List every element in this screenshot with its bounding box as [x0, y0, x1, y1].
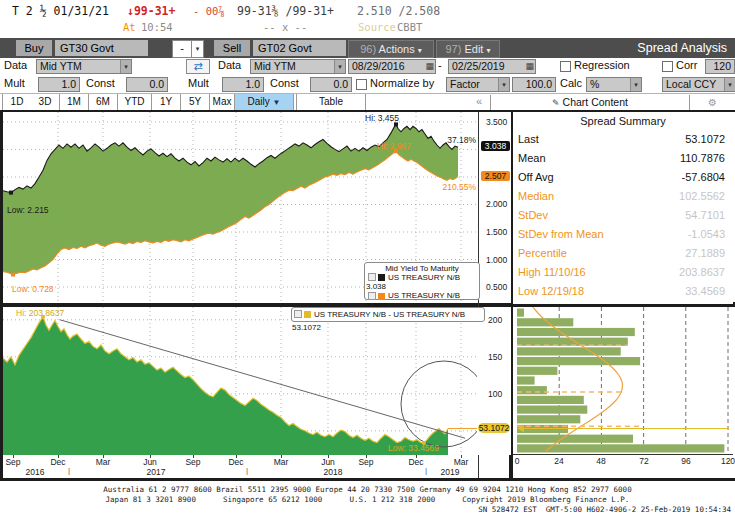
summary-value: 53.1072	[685, 133, 725, 145]
summary-value: 54.7101	[685, 209, 725, 221]
tab-1y[interactable]: 1Y	[152, 94, 181, 110]
y-axis-tick: 1.500	[486, 227, 507, 237]
spread-histogram-pane[interactable]	[513, 307, 733, 455]
summary-value: 102.5562	[679, 190, 725, 202]
tab-ytd[interactable]: YTD	[118, 94, 152, 110]
quote-at-label: At	[123, 21, 136, 33]
data1-label: Data	[4, 59, 27, 71]
spread-operator-arrow[interactable]: ▾	[191, 40, 204, 58]
chart-content-button[interactable]: ✎ Chart Content	[491, 95, 689, 110]
yield-legend[interactable]: Mid Yield To Maturity US TREASURY N/B 3.…	[364, 262, 480, 300]
quote-size: -- x --	[263, 21, 307, 33]
y-axis-tick: 0.500	[486, 282, 507, 292]
footer-line-1: Australia 61 2 9777 8600 Brazil 5511 239…	[0, 485, 735, 494]
spread-operator-dropdown[interactable]: -	[172, 40, 192, 58]
summary-label: Percentile	[518, 247, 567, 259]
legend-row[interactable]: US TREASURY N/B 3.038	[365, 273, 479, 291]
summary-label: Low 12/19/18	[518, 285, 584, 297]
x-axis-tick-label: 96	[676, 456, 696, 466]
hi-annotation-gt30: Hi: 3.455	[365, 113, 399, 123]
x-axis-year-label: 2018	[317, 467, 349, 477]
control-row-1: Data Mid YTM▾ ⇄ Data Mid YTM▾ 08/29/2016…	[0, 58, 735, 75]
date-from-field[interactable]: 08/29/2016▦	[348, 59, 436, 74]
y-axis-tick: 3.500	[486, 117, 507, 127]
swap-button[interactable]: ⇄	[186, 59, 210, 74]
tab-table[interactable]: Table	[296, 94, 366, 110]
period-dropdown[interactable]: Daily ▼	[235, 94, 294, 110]
buy-security-field[interactable]: GT30 Govt	[55, 40, 148, 56]
summary-label: StDev	[518, 209, 548, 221]
sell-button[interactable]: Sell	[214, 40, 250, 56]
chevron-down-icon: ▾	[630, 78, 641, 91]
summary-label: StDev from Mean	[518, 228, 604, 240]
normalize-amount-field[interactable]: 100.0	[512, 77, 556, 92]
tab-3d[interactable]: 3D	[31, 94, 60, 110]
edit-menu-button[interactable]: 97) Edit ▾	[436, 40, 500, 58]
series-name: US TREASURY N/B	[388, 291, 460, 300]
x-axis-month-label: Sep	[1, 457, 25, 467]
legend-checkbox-icon	[294, 310, 302, 318]
summary-value: -1.0543	[688, 228, 725, 240]
normalize-value: Factor	[450, 78, 480, 90]
summary-value: 110.7876	[680, 152, 725, 164]
buy-button[interactable]: Buy	[16, 40, 52, 56]
x-axis-month-label: Mar	[449, 457, 473, 467]
calc-dropdown[interactable]: %▾	[586, 77, 642, 92]
chevron-down-icon: ▾	[486, 46, 490, 55]
mult2-field[interactable]: 1.0	[222, 77, 264, 92]
sell-security-field[interactable]: GT02 Govt	[253, 40, 346, 56]
y-axis-tick: 200	[488, 315, 502, 325]
x-axis-month-label: Mar	[91, 457, 115, 467]
quote-bid-ask: 99-31⅜ /99-31+	[237, 4, 334, 18]
currency-dropdown[interactable]: Local CCY▾	[662, 77, 735, 92]
quote-source-label: Source	[358, 21, 396, 33]
series-color-swatch	[378, 274, 385, 281]
currency-value: Local CCY	[666, 78, 716, 90]
quote-price: ↓99-31+	[127, 4, 175, 18]
summary-value: 203.8637	[679, 266, 725, 278]
summary-row: Median102.5562	[513, 190, 733, 208]
data2-dropdown[interactable]: Mid YTM▾	[250, 59, 346, 74]
date-to-field[interactable]: 02/25/2019▦	[448, 59, 536, 74]
x-axis-year-separator: |	[246, 466, 248, 475]
summary-row: Low 12/19/1833.4569	[513, 285, 733, 303]
chart-content-label: Chart Content	[563, 96, 628, 108]
period-value: Daily	[248, 96, 270, 107]
regression-checkbox[interactable]	[560, 61, 571, 72]
legend-title: Mid Yield To Maturity	[365, 263, 479, 273]
y-axis-tick: 100	[488, 389, 502, 399]
actions-label: Actions	[379, 43, 415, 55]
x-axis-month-label: Sep	[181, 457, 205, 467]
actions-menu-button[interactable]: 96) Actions ▾	[348, 40, 434, 58]
tab-6m[interactable]: 6M	[89, 94, 118, 110]
corr-checkbox[interactable]	[662, 61, 673, 72]
tab-max[interactable]: Max	[210, 94, 235, 110]
collapse-button[interactable]: «	[470, 95, 488, 110]
chevron-down-icon: ▾	[724, 78, 735, 91]
chart-content-icon: ✎	[552, 98, 560, 108]
tab-5y[interactable]: 5Y	[181, 94, 210, 110]
normalize-dropdown[interactable]: Factor▾	[446, 77, 510, 92]
settings-button[interactable]: ⚙	[690, 95, 735, 110]
spread-chart-pane[interactable]: Hi: 203.8637 Low: 33.4569	[3, 307, 478, 455]
chevron-down-icon: ▾	[334, 60, 345, 73]
const2-field[interactable]: 0.0	[310, 77, 352, 92]
spread-legend[interactable]: US TREASURY N/B - US TREASURY N/B 53.107…	[291, 307, 485, 322]
const2-label: Const	[270, 77, 299, 89]
tab-1d[interactable]: 1D	[2, 94, 32, 110]
footer-line-2: Japan 81 3 3201 8900 Singapore 65 6212 1…	[0, 495, 735, 504]
x-axis-month-label: Jun	[138, 457, 162, 467]
spread-operator-value: -	[180, 42, 184, 54]
summary-row: Off Avg-57.6804	[513, 171, 733, 189]
normalize-label: Normalize by	[370, 77, 434, 89]
mult1-field[interactable]: 1.0	[38, 77, 80, 92]
data1-dropdown[interactable]: Mid YTM▾	[36, 59, 132, 74]
edit-label: Edit	[464, 43, 483, 55]
chevron-down-icon: ▾	[120, 60, 131, 73]
const1-field[interactable]: 0.0	[126, 77, 168, 92]
normalize-checkbox[interactable]	[356, 79, 367, 90]
quote-bar: T 2 ½ 01/31/21 ↓99-31+ - 00⅞ 99-31⅜ /99-…	[0, 0, 735, 38]
y-axis-tick: 150	[488, 352, 502, 362]
tab-1m[interactable]: 1M	[60, 94, 89, 110]
corr-value-field[interactable]: 120	[705, 59, 735, 74]
